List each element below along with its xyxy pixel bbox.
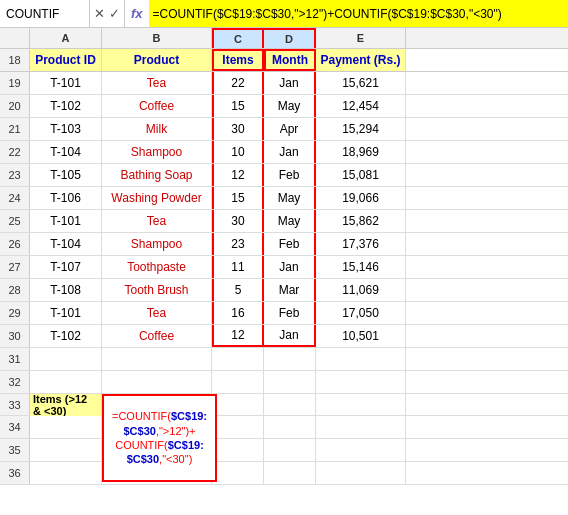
cell-26-a[interactable]: T-104: [30, 233, 102, 255]
cell-23-a[interactable]: T-105: [30, 164, 102, 186]
col-header-b[interactable]: B: [102, 28, 212, 48]
cell-21-a[interactable]: T-103: [30, 118, 102, 140]
cell-22-d[interactable]: Jan: [264, 141, 316, 163]
cell-35-c[interactable]: [212, 439, 264, 461]
cell-33-e[interactable]: [316, 394, 406, 416]
col-header-a[interactable]: A: [30, 28, 102, 48]
cell-20-e[interactable]: 12,454: [316, 95, 406, 117]
cell-25-a[interactable]: T-101: [30, 210, 102, 232]
cell-36-c[interactable]: [212, 462, 264, 484]
cell-24-a[interactable]: T-106: [30, 187, 102, 209]
cell-32-a[interactable]: [30, 371, 102, 393]
col-header-d[interactable]: D: [264, 28, 316, 48]
cell-20-b[interactable]: Coffee: [102, 95, 212, 117]
cell-31-b[interactable]: [102, 348, 212, 370]
cell-25-b[interactable]: Tea: [102, 210, 212, 232]
cell-21-c[interactable]: 30: [212, 118, 264, 140]
cell-23-c[interactable]: 12: [212, 164, 264, 186]
cell-19-d[interactable]: Jan: [264, 72, 316, 94]
cell-36-e[interactable]: [316, 462, 406, 484]
cell-33-d[interactable]: [264, 394, 316, 416]
cell-23-b[interactable]: Bathing Soap: [102, 164, 212, 186]
cell-27-a[interactable]: T-107: [30, 256, 102, 278]
cell-30-e[interactable]: 10,501: [316, 325, 406, 347]
cell-28-e[interactable]: 11,069: [316, 279, 406, 301]
cell-30-d[interactable]: Jan: [264, 325, 316, 347]
cell-21-e[interactable]: 15,294: [316, 118, 406, 140]
cell-24-b[interactable]: Washing Powder: [102, 187, 212, 209]
cell-22-b[interactable]: Shampoo: [102, 141, 212, 163]
cell-27-e[interactable]: 15,146: [316, 256, 406, 278]
cell-26-b[interactable]: Shampoo: [102, 233, 212, 255]
confirm-icon[interactable]: ✓: [109, 6, 120, 21]
cell-35-d[interactable]: [264, 439, 316, 461]
cell-26-e[interactable]: 17,376: [316, 233, 406, 255]
cell-21-d[interactable]: Apr: [264, 118, 316, 140]
cell-25-d[interactable]: May: [264, 210, 316, 232]
cell-27-d[interactable]: Jan: [264, 256, 316, 278]
cell-31-c[interactable]: [212, 348, 264, 370]
cell-27-b[interactable]: Toothpaste: [102, 256, 212, 278]
cell-34-e[interactable]: [316, 416, 406, 438]
cell-20-c[interactable]: 15: [212, 95, 264, 117]
cell-33-c[interactable]: [212, 394, 264, 416]
cell-26-c[interactable]: 23: [212, 233, 264, 255]
cell-18-e[interactable]: Payment (Rs.): [316, 49, 406, 71]
cell-29-d[interactable]: Feb: [264, 302, 316, 324]
cell-28-a[interactable]: T-108: [30, 279, 102, 301]
cell-29-b[interactable]: Tea: [102, 302, 212, 324]
cell-32-c[interactable]: [212, 371, 264, 393]
cell-18-b[interactable]: Product: [102, 49, 212, 71]
cell-35-a[interactable]: [30, 439, 102, 461]
cell-19-b[interactable]: Tea: [102, 72, 212, 94]
cell-36-a[interactable]: [30, 462, 102, 484]
cell-18-a[interactable]: Product ID: [30, 49, 102, 71]
cell-29-c[interactable]: 16: [212, 302, 264, 324]
cell-32-b[interactable]: [102, 371, 212, 393]
cell-34-d[interactable]: [264, 416, 316, 438]
formula-input[interactable]: =COUNTIF($C$19:$C$30,">12")+COUNTIF($C$1…: [149, 0, 568, 27]
cell-23-d[interactable]: Feb: [264, 164, 316, 186]
col-header-c[interactable]: C: [212, 28, 264, 48]
cell-36-d[interactable]: [264, 462, 316, 484]
cell-34-c[interactable]: [212, 416, 264, 438]
cell-24-e[interactable]: 19,066: [316, 187, 406, 209]
cell-34-a[interactable]: [30, 416, 102, 438]
cell-25-e[interactable]: 15,862: [316, 210, 406, 232]
cell-29-a[interactable]: T-101: [30, 302, 102, 324]
cell-32-d[interactable]: [264, 371, 316, 393]
cell-18-c[interactable]: Items: [212, 49, 264, 71]
cell-26-d[interactable]: Feb: [264, 233, 316, 255]
cell-22-e[interactable]: 18,969: [316, 141, 406, 163]
cell-18-d[interactable]: Month: [264, 49, 316, 71]
cell-22-c[interactable]: 10: [212, 141, 264, 163]
cancel-icon[interactable]: ✕: [94, 6, 105, 21]
name-box[interactable]: COUNTIF: [0, 0, 90, 27]
cell-24-d[interactable]: May: [264, 187, 316, 209]
cell-28-b[interactable]: Tooth Brush: [102, 279, 212, 301]
cell-35-e[interactable]: [316, 439, 406, 461]
cell-32-e[interactable]: [316, 371, 406, 393]
cell-31-a[interactable]: [30, 348, 102, 370]
cell-30-c[interactable]: 12: [212, 325, 264, 347]
cell-28-c[interactable]: 5: [212, 279, 264, 301]
cell-33-a[interactable]: Items (>12 & <30): [30, 394, 102, 416]
cell-27-c[interactable]: 11: [212, 256, 264, 278]
cell-24-c[interactable]: 15: [212, 187, 264, 209]
cell-19-a[interactable]: T-101: [30, 72, 102, 94]
cell-31-d[interactable]: [264, 348, 316, 370]
cell-19-c[interactable]: 22: [212, 72, 264, 94]
cell-22-a[interactable]: T-104: [30, 141, 102, 163]
cell-29-e[interactable]: 17,050: [316, 302, 406, 324]
cell-21-b[interactable]: Milk: [102, 118, 212, 140]
cell-28-d[interactable]: Mar: [264, 279, 316, 301]
cell-23-e[interactable]: 15,081: [316, 164, 406, 186]
cell-30-a[interactable]: T-102: [30, 325, 102, 347]
cell-30-b[interactable]: Coffee: [102, 325, 212, 347]
cell-20-a[interactable]: T-102: [30, 95, 102, 117]
cell-19-e[interactable]: 15,621: [316, 72, 406, 94]
cell-31-e[interactable]: [316, 348, 406, 370]
col-header-e[interactable]: E: [316, 28, 406, 48]
cell-20-d[interactable]: May: [264, 95, 316, 117]
cell-25-c[interactable]: 30: [212, 210, 264, 232]
